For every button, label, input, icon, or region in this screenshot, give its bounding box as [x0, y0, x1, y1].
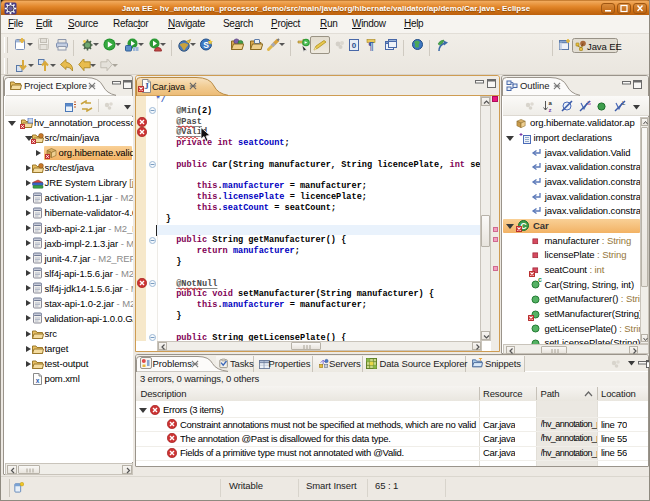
svg-text:a: a — [549, 100, 553, 106]
svg-text:z: z — [549, 107, 552, 113]
svg-text:J: J — [144, 81, 149, 91]
svg-text:0: 0 — [352, 41, 357, 50]
svg-text:¶: ¶ — [368, 41, 374, 51]
